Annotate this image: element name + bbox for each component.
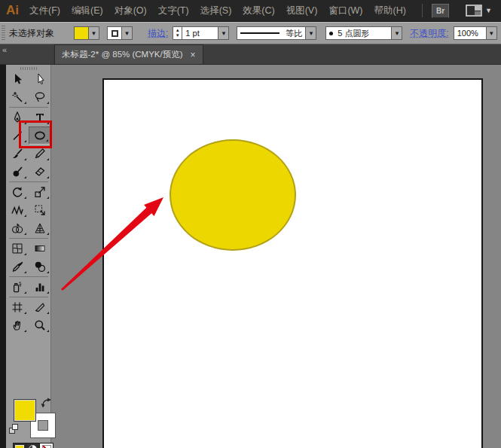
flyout-indicator-icon xyxy=(47,233,49,235)
app-logo: Ai xyxy=(6,3,19,18)
stroke-hole-icon xyxy=(112,30,118,37)
free-transform-icon xyxy=(34,204,46,216)
fill-color-swatch[interactable] xyxy=(74,26,89,40)
gradient-tool[interactable] xyxy=(29,239,51,258)
width-profile-select[interactable]: 等比 xyxy=(237,26,306,40)
gradient-button[interactable] xyxy=(26,443,40,448)
column-graph-icon xyxy=(34,281,46,293)
menu-item[interactable]: 文字(T) xyxy=(158,5,189,17)
bridge-button[interactable]: Br xyxy=(432,4,449,18)
magic-wand-icon xyxy=(11,91,23,103)
workspace-switcher-button[interactable]: ▼ xyxy=(466,5,492,17)
scale-tool[interactable] xyxy=(29,183,51,201)
flyout-indicator-icon xyxy=(24,102,26,104)
brush-name-label: 5 点圆形 xyxy=(338,28,369,39)
shape-builder-tool[interactable] xyxy=(6,219,29,237)
column-graph-tool[interactable] xyxy=(29,278,51,296)
rotate-tool[interactable] xyxy=(6,183,29,201)
document-tab[interactable]: 未标题-2* @ 85% (CMYK/预览) × xyxy=(54,44,203,64)
magic-wand-tool[interactable] xyxy=(6,88,29,106)
stroke-dropdown-button[interactable]: ▼ xyxy=(122,26,133,40)
document-tab-bar: 未标题-2* @ 85% (CMYK/预览) × xyxy=(53,44,501,65)
fill-color-group: ▼ xyxy=(74,26,99,40)
rotate-icon xyxy=(11,186,23,198)
width-profile-group: 等比 ▼ xyxy=(237,26,316,40)
menu-bar: Ai 文件(F)编辑(E)对象(O)文字(T)选择(S)效果(C)视图(V)窗口… xyxy=(0,0,501,22)
selection-icon xyxy=(11,73,23,85)
stroke-weight-input[interactable]: 1 pt xyxy=(182,26,218,40)
ellipse-tool-highlight-box xyxy=(19,120,52,148)
direct-selection-icon xyxy=(34,73,46,85)
collapse-panel-icon[interactable]: « xyxy=(2,45,7,54)
direct-selection-tool[interactable] xyxy=(29,70,51,88)
opacity-dropdown-button[interactable]: ▼ xyxy=(487,26,497,40)
dock-edge-strip xyxy=(0,65,6,448)
stepper-down-icon[interactable]: ▼ xyxy=(176,33,180,38)
menu-item[interactable]: 编辑(E) xyxy=(72,5,103,17)
slice-tool[interactable] xyxy=(29,298,51,316)
stroke-panel-link[interactable]: 描边: xyxy=(148,27,168,40)
symbol-sprayer-tool[interactable] xyxy=(6,278,29,296)
none-button[interactable] xyxy=(40,443,53,448)
tool-grid xyxy=(6,70,51,334)
stepper-up-icon[interactable]: ▲ xyxy=(176,28,180,33)
paintbrush-icon xyxy=(11,148,23,160)
paint-style-buttons xyxy=(13,443,53,448)
hand-tool[interactable] xyxy=(6,316,29,334)
opacity-input[interactable]: 100% xyxy=(454,26,487,40)
artboard-icon xyxy=(11,301,23,313)
menu-item[interactable]: 帮助(H) xyxy=(374,5,406,17)
width-profile-dropdown-button[interactable]: ▼ xyxy=(306,26,316,40)
opacity-panel-link[interactable]: 不透明度: xyxy=(410,27,448,40)
artboard[interactable] xyxy=(102,78,483,448)
close-icon[interactable]: × xyxy=(191,50,196,59)
blob-brush-tool[interactable] xyxy=(6,163,29,181)
eraser-tool[interactable] xyxy=(29,163,51,181)
brush-select[interactable]: 5 点圆形 xyxy=(325,26,392,40)
blend-tool[interactable] xyxy=(29,258,51,276)
blob-brush-icon xyxy=(11,166,23,178)
zoom-tool[interactable] xyxy=(29,316,51,334)
flyout-indicator-icon xyxy=(47,197,49,199)
stroke-weight-stepper[interactable]: ▲ ▼ xyxy=(173,26,182,40)
eyedropper-tool[interactable] xyxy=(6,258,29,276)
lasso-icon xyxy=(34,91,46,103)
flyout-indicator-icon xyxy=(24,330,26,332)
zoom-icon xyxy=(34,319,46,331)
toolbar-collapse-header[interactable]: « xyxy=(0,44,53,65)
mesh-icon xyxy=(11,242,23,254)
default-fill-stroke-icon[interactable] xyxy=(9,424,20,434)
menu-item[interactable]: 效果(C) xyxy=(243,5,274,17)
artboard-tool[interactable] xyxy=(6,298,29,316)
menu-item[interactable]: 视图(V) xyxy=(286,5,318,17)
panel-grip[interactable] xyxy=(2,26,5,41)
menu-item[interactable]: 选择(S) xyxy=(200,5,232,17)
brush-dropdown-button[interactable]: ▼ xyxy=(392,26,402,40)
fill-indicator-swatch[interactable] xyxy=(14,399,36,422)
flyout-indicator-icon xyxy=(24,176,26,178)
free-transform-tool[interactable] xyxy=(29,201,51,219)
selection-tool[interactable] xyxy=(6,70,29,88)
stroke-color-group: ▼ xyxy=(107,26,133,40)
menu-item[interactable]: 对象(O) xyxy=(115,5,147,17)
yellow-ellipse-shape[interactable] xyxy=(170,139,296,251)
flyout-indicator-icon xyxy=(24,312,26,314)
perspective-grid-icon xyxy=(34,222,46,234)
fill-dropdown-button[interactable]: ▼ xyxy=(89,26,99,40)
menu-item[interactable]: 文件(F) xyxy=(29,5,60,17)
stroke-weight-dropdown-button[interactable]: ▼ xyxy=(218,26,229,40)
swap-fill-stroke-icon[interactable] xyxy=(41,398,52,408)
lasso-tool[interactable] xyxy=(29,88,51,106)
color-swatch-icon xyxy=(15,445,24,448)
color-button[interactable] xyxy=(13,443,26,448)
width-tool[interactable] xyxy=(6,201,29,219)
workspace-layout-icon xyxy=(466,5,482,17)
stroke-color-swatch[interactable] xyxy=(107,26,122,40)
menu-item[interactable]: 窗口(W) xyxy=(328,5,362,17)
blend-icon xyxy=(34,261,46,273)
pencil-icon xyxy=(34,148,46,160)
perspective-grid-tool[interactable] xyxy=(29,219,51,237)
mesh-tool[interactable] xyxy=(6,239,29,258)
flyout-indicator-icon xyxy=(47,271,49,273)
flyout-indicator-icon xyxy=(47,158,49,160)
